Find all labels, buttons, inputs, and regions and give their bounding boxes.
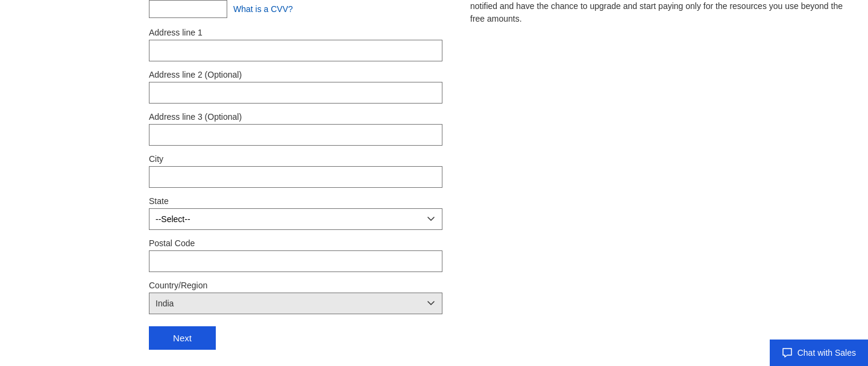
country-region-group: Country/Region India United States Unite… (149, 281, 446, 314)
address-line-2-group: Address line 2 (Optional) (149, 70, 446, 104)
address-line-3-label: Address line 3 (Optional) (149, 112, 446, 122)
state-select[interactable]: --Select-- Andhra Pradesh Maharashtra Ka… (149, 208, 442, 230)
state-label: State (149, 196, 446, 206)
right-panel: notified and have the chance to upgrade … (446, 0, 868, 366)
city-input[interactable] (149, 166, 442, 188)
next-button[interactable]: Next (149, 326, 216, 350)
postal-code-input[interactable] (149, 250, 442, 272)
address-line-1-input[interactable] (149, 40, 442, 61)
city-label: City (149, 154, 446, 164)
right-panel-text: notified and have the chance to upgrade … (470, 0, 844, 25)
what-is-cvv-link[interactable]: What is a CVV? (233, 4, 293, 14)
chat-with-sales-widget[interactable]: Chat with Sales (770, 340, 868, 366)
postal-code-group: Postal Code (149, 238, 446, 272)
address-line-2-label: Address line 2 (Optional) (149, 70, 446, 79)
country-region-label: Country/Region (149, 281, 446, 290)
address-line-2-input[interactable] (149, 82, 442, 104)
chat-icon (782, 347, 793, 358)
cvv-input[interactable] (149, 0, 227, 18)
chat-with-sales-label: Chat with Sales (797, 348, 856, 358)
address-line-3-group: Address line 3 (Optional) (149, 112, 446, 146)
address-line-1-group: Address line 1 (149, 28, 446, 61)
city-group: City (149, 154, 446, 188)
address-line-3-input[interactable] (149, 124, 442, 146)
postal-code-label: Postal Code (149, 238, 446, 248)
country-region-select[interactable]: India United States United Kingdom Canad… (149, 293, 442, 314)
state-group: State --Select-- Andhra Pradesh Maharash… (149, 196, 446, 230)
address-line-1-label: Address line 1 (149, 28, 446, 37)
